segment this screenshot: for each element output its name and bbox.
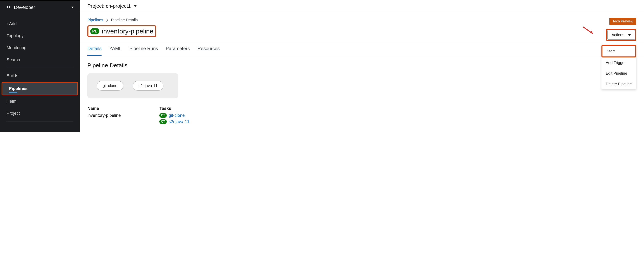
annotation-highlight-title: PL inventory-pipeline	[88, 25, 156, 37]
sidebar-item-helm[interactable]: Helm	[0, 95, 80, 107]
detail-label-tasks: Tasks	[159, 106, 189, 111]
sidebar-item-add[interactable]: +Add	[0, 18, 80, 30]
pipeline-visualization: git-clone s2i-java-11	[88, 73, 178, 98]
chevron-right-icon: ❯	[106, 18, 108, 22]
breadcrumb-current: Pipeline Details	[111, 18, 138, 22]
project-selector[interactable]: Project: cn-project1	[80, 0, 644, 12]
perspective-title: Developer	[14, 5, 35, 10]
actions-dropdown-button[interactable]: Actions	[608, 30, 635, 40]
sidebar-item-builds[interactable]: Builds	[0, 70, 80, 82]
menu-item-edit-pipeline[interactable]: Edit Pipeline	[602, 68, 636, 79]
sidebar-item-project[interactable]: Project	[0, 107, 80, 119]
sidebar-item-search[interactable]: Search	[0, 54, 80, 66]
task-link-git-clone[interactable]: git-clone	[169, 113, 185, 118]
tech-preview-badge: Tech Preview	[610, 18, 636, 25]
section-title: Pipeline Details	[88, 62, 636, 69]
caret-down-icon	[71, 6, 74, 8]
nav-divider	[6, 121, 73, 122]
pipeline-title: inventory-pipeline	[102, 28, 154, 35]
annotation-highlight-pipelines: Pipelines	[2, 82, 78, 95]
caret-down-icon	[628, 34, 631, 36]
project-label: Project: cn-project1	[88, 3, 131, 9]
tab-parameters[interactable]: Parameters	[166, 42, 190, 56]
sidebar: Developer +Add Topology Monitoring Searc…	[0, 0, 80, 132]
task-node-git-clone[interactable]: git-clone	[97, 81, 124, 90]
tab-resources[interactable]: Resources	[198, 42, 220, 56]
pipeline-badge: PL	[90, 28, 99, 34]
breadcrumb-root[interactable]: Pipelines	[88, 18, 103, 22]
tab-details[interactable]: Details	[88, 42, 102, 56]
sidebar-item-pipelines[interactable]: Pipelines	[2, 82, 77, 94]
sidebar-item-monitoring[interactable]: Monitoring	[0, 42, 80, 54]
menu-item-delete-pipeline[interactable]: Delete Pipeline	[602, 79, 636, 89]
annotation-highlight-actions: Actions	[606, 29, 636, 41]
clustertask-badge: CT	[159, 113, 166, 118]
code-icon	[6, 4, 11, 10]
tab-yaml[interactable]: YAML	[109, 42, 122, 56]
menu-item-add-trigger[interactable]: Add Trigger	[602, 58, 636, 68]
task-link-s2i-java[interactable]: s2i-java-11	[169, 119, 190, 124]
clustertask-badge: CT	[159, 119, 166, 124]
actions-label: Actions	[612, 33, 624, 37]
menu-item-start[interactable]: Start	[602, 46, 635, 56]
annotation-highlight-start: Start	[602, 45, 636, 58]
sidebar-item-topology[interactable]: Topology	[0, 30, 80, 42]
tabs: Details YAML Pipeline Runs Parameters Re…	[80, 42, 644, 56]
actions-menu: Start Add Trigger Edit Pipeline Delete P…	[602, 45, 636, 89]
perspective-switcher[interactable]: Developer	[0, 1, 80, 14]
caret-down-icon	[134, 6, 136, 7]
annotation-arrow	[582, 26, 596, 38]
detail-value-name: inventory-pipeline	[88, 113, 121, 118]
detail-label-name: Name	[88, 106, 121, 111]
main-content: Project: cn-project1 Pipelines ❯ Pipelin…	[80, 0, 644, 132]
breadcrumb: Pipelines ❯ Pipeline Details	[88, 18, 156, 22]
tab-pipeline-runs[interactable]: Pipeline Runs	[130, 42, 158, 56]
task-connector	[124, 86, 133, 86]
task-node-s2i-java[interactable]: s2i-java-11	[133, 81, 164, 90]
